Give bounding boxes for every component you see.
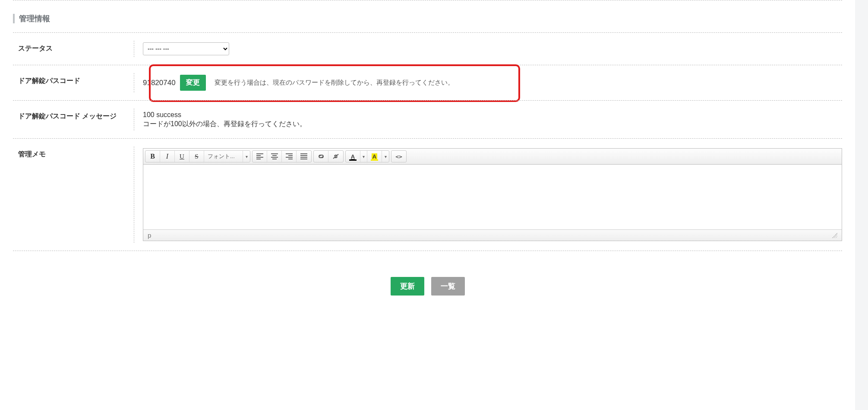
align-left-button[interactable] [253, 151, 267, 162]
align-right-button[interactable] [282, 151, 297, 162]
footer-buttons: 更新 一覧 [13, 277, 842, 296]
value-passcode-message: 100 success コードが100以外の場合、再登録を行ってください。 [134, 108, 842, 130]
row-passcode-message: ドア解錠パスコード メッセージ 100 success コードが100以外の場合… [13, 100, 842, 138]
label-passcode: ドア解錠パスコード [13, 73, 134, 89]
italic-button[interactable]: I [160, 151, 175, 162]
align-center-button[interactable] [267, 151, 282, 162]
passcode-message-hint: コードが100以外の場合、再登録を行ってください。 [143, 120, 842, 129]
change-passcode-button[interactable]: 変更 [180, 75, 206, 91]
value-passcode: 91820740 変更 変更を行う場合は、現在のパスワードを削除してから、再登録… [134, 73, 842, 92]
align-justify-button[interactable] [297, 151, 311, 162]
rich-text-editor: B I U S フォント... ▾ [143, 148, 842, 241]
rte-group-source: <> [391, 150, 407, 162]
bg-color-button[interactable]: A [367, 151, 382, 162]
text-color-dropdown-icon[interactable]: ▾ [360, 151, 367, 162]
passcode-message-value: 100 success [143, 111, 842, 119]
value-status: --- --- --- [134, 41, 842, 57]
rte-statusbar: p [143, 229, 842, 241]
row-passcode: ドア解錠パスコード 91820740 変更 変更を行う場合は、現在のパスワードを… [13, 65, 842, 100]
rte-group-link [313, 150, 344, 162]
row-memo: 管理メモ B I U S フォント... ▾ [13, 138, 842, 251]
label-status: ステータス [13, 41, 134, 57]
text-color-swatch [349, 159, 357, 161]
passcode-hint: 変更を行う場合は、現在のパスワードを削除してから、再登録を行ってください。 [215, 79, 454, 87]
status-select[interactable]: --- --- --- [143, 42, 229, 55]
rte-group-format: B I U S フォント... ▾ [145, 150, 250, 162]
strikethrough-button[interactable]: S [189, 151, 204, 162]
update-button[interactable]: 更新 [391, 277, 424, 296]
section-title: 管理情報 [13, 13, 842, 24]
font-family-select[interactable]: フォント... [204, 151, 243, 162]
underline-button[interactable]: U [175, 151, 189, 162]
rte-resize-handle[interactable] [832, 233, 837, 238]
font-family-dropdown-icon[interactable]: ▾ [243, 151, 250, 162]
row-status: ステータス --- --- --- [13, 32, 842, 65]
rte-toolbar: B I U S フォント... ▾ [143, 149, 842, 165]
remove-link-button[interactable] [328, 151, 343, 162]
rte-content-area[interactable] [143, 165, 842, 229]
insert-link-button[interactable] [314, 151, 328, 162]
label-memo: 管理メモ [13, 146, 134, 162]
bold-button[interactable]: B [145, 151, 160, 162]
rte-group-align [252, 150, 312, 162]
list-button[interactable]: 一覧 [431, 277, 465, 296]
source-code-button[interactable]: <> [391, 151, 406, 162]
value-memo: B I U S フォント... ▾ [134, 146, 842, 243]
label-passcode-message: ドア解錠パスコード メッセージ [13, 108, 134, 124]
bg-color-swatch [371, 159, 378, 161]
text-color-button[interactable]: A [346, 151, 360, 162]
bg-color-dropdown-icon[interactable]: ▾ [382, 151, 389, 162]
rte-path: p [148, 232, 151, 239]
rte-group-color: A ▾ A ▾ [345, 150, 389, 162]
section-title-text: 管理情報 [19, 13, 50, 24]
section-title-bar [13, 14, 15, 23]
passcode-value: 91820740 [143, 79, 176, 87]
